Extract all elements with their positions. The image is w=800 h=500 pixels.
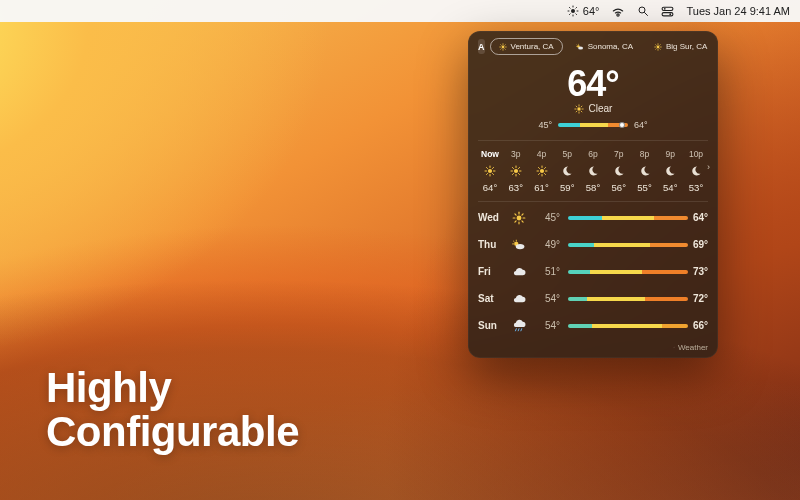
hourly-column: 3p 63° (504, 149, 528, 193)
hour-temp: 55° (637, 182, 651, 193)
current-condition-text: Clear (589, 103, 613, 114)
hour-temp: 54° (663, 182, 677, 193)
today-range: 45° 64° (478, 120, 708, 130)
svg-line-7 (569, 14, 570, 15)
day-low: 51° (532, 266, 560, 277)
menubar-datetime[interactable]: Tues Jan 24 9:41 AM (686, 5, 790, 17)
auto-location-button[interactable]: A (478, 39, 485, 54)
desktop-wallpaper: 64° Tues Jan 24 9:41 AM Highly Configura… (0, 0, 800, 500)
hourly-column: Now 64° (478, 149, 502, 193)
sun-icon (484, 164, 497, 177)
location-name: Big Sur, CA (666, 42, 707, 51)
daily-row[interactable]: Sun 54° 66° (478, 312, 708, 339)
daily-row[interactable]: Thu 49° 69° (478, 231, 708, 258)
chevron-right-icon[interactable]: › (707, 162, 710, 172)
sun-icon (535, 164, 548, 177)
hourly-column: 5p 59° (555, 149, 579, 193)
hour-temp: 61° (534, 182, 548, 193)
svg-line-88 (516, 328, 517, 330)
svg-rect-13 (663, 12, 674, 15)
menubar-weather-item[interactable]: 64° (567, 5, 600, 17)
svg-line-5 (569, 7, 570, 8)
svg-line-34 (656, 44, 657, 45)
hour-label: 7p (614, 149, 623, 159)
hour-temp: 58° (586, 182, 600, 193)
wifi-icon (611, 6, 625, 17)
today-low: 45° (538, 120, 552, 130)
hour-label: 3p (511, 149, 520, 159)
sun-icon (574, 104, 584, 114)
attribution-text: Weather (678, 343, 708, 352)
daily-row[interactable]: Fri 51° 73° (478, 258, 708, 285)
hour-temp: 56° (612, 182, 626, 193)
location-chip[interactable]: Sonoma, CA (568, 38, 641, 55)
hourly-column: 4p 61° (530, 149, 554, 193)
location-chip[interactable]: Ventura, CA (490, 38, 563, 55)
hourly-forecast[interactable]: Now 64°3p 63°4p 61°5p 59°6p 58°7p 56°8p … (478, 140, 708, 193)
tagline-line1: Highly (46, 366, 299, 410)
day-range-bar (568, 270, 688, 274)
svg-line-63 (512, 173, 513, 174)
day-name: Sat (478, 293, 512, 304)
svg-line-70 (538, 167, 539, 168)
svg-line-46 (581, 106, 582, 107)
cloud-icon (512, 265, 526, 279)
moon-icon (664, 164, 677, 177)
svg-line-72 (538, 173, 539, 174)
hour-label: 5p (563, 149, 572, 159)
marketing-tagline: Highly Configurable (46, 366, 299, 454)
svg-line-22 (500, 48, 501, 49)
moon-icon (587, 164, 600, 177)
menubar-wifi[interactable] (611, 6, 625, 17)
current-conditions: 64° Clear 45° 64° (478, 63, 708, 130)
svg-rect-11 (663, 7, 674, 10)
hourly-column: 6p 58° (581, 149, 605, 193)
svg-point-56 (514, 168, 518, 172)
moon-icon (561, 164, 574, 177)
current-temp: 64° (478, 63, 708, 105)
location-name: Sonoma, CA (588, 42, 633, 51)
moon-icon (690, 164, 703, 177)
day-range-bar (568, 243, 688, 247)
hour-temp: 53° (689, 182, 703, 193)
hour-label: 6p (588, 149, 597, 159)
svg-line-53 (493, 173, 494, 174)
menubar: 64° Tues Jan 24 9:41 AM (0, 0, 800, 22)
svg-line-61 (512, 167, 513, 168)
hourly-column: 8p 55° (633, 149, 657, 193)
day-low: 49° (532, 239, 560, 250)
svg-line-37 (660, 44, 661, 45)
day-low: 45° (532, 212, 560, 223)
svg-line-36 (656, 48, 657, 49)
svg-line-52 (487, 167, 488, 168)
svg-line-62 (518, 173, 519, 174)
day-low: 54° (532, 320, 560, 331)
menubar-spotlight[interactable] (637, 5, 649, 17)
location-chip[interactable]: Big Sur, CA (646, 38, 715, 55)
hourly-column: 9p 54° (658, 149, 682, 193)
svg-line-90 (521, 328, 522, 330)
svg-line-73 (544, 167, 545, 168)
day-name: Wed (478, 212, 512, 223)
svg-line-80 (522, 220, 523, 221)
daily-row[interactable]: Sat 54° 72° (478, 285, 708, 312)
svg-point-0 (571, 9, 575, 13)
control-center-icon (661, 6, 674, 17)
daily-row[interactable]: Wed 45° 64° (478, 204, 708, 231)
moon-icon (612, 164, 625, 177)
day-range-bar (568, 297, 688, 301)
svg-line-89 (518, 328, 519, 330)
sun-icon (499, 43, 507, 51)
today-high: 64° (634, 120, 648, 130)
svg-point-15 (501, 45, 504, 48)
svg-point-29 (657, 45, 660, 48)
svg-line-43 (576, 106, 577, 107)
day-name: Fri (478, 266, 512, 277)
sun-icon (512, 211, 526, 225)
svg-point-74 (517, 215, 522, 220)
svg-point-47 (488, 168, 492, 172)
svg-line-21 (504, 48, 505, 49)
svg-point-38 (577, 107, 580, 110)
svg-point-14 (670, 13, 672, 15)
menubar-control-center[interactable] (661, 6, 674, 17)
